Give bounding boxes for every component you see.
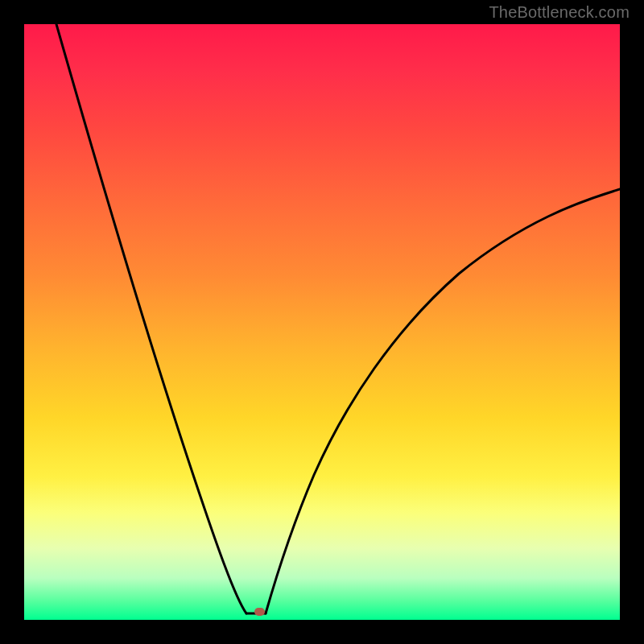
plot-area [24, 24, 620, 620]
valley-marker [254, 608, 265, 616]
watermark-text: TheBottleneck.com [489, 3, 630, 22]
curve-svg [24, 24, 620, 620]
curve-left [56, 24, 246, 613]
curve-right [266, 189, 620, 613]
chart-frame: TheBottleneck.com [0, 0, 644, 644]
